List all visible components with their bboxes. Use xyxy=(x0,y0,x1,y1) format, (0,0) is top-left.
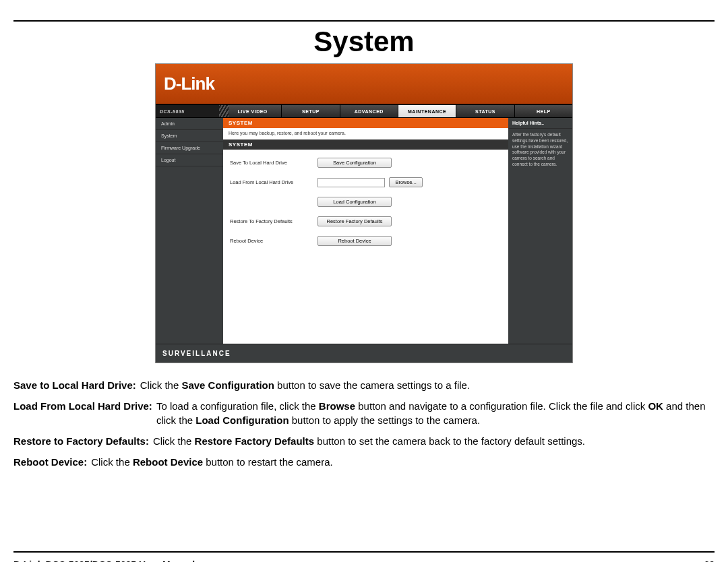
hints-body: After the factory's default settings hav… xyxy=(508,129,572,171)
desc-save-term: Save to Local Hard Drive: xyxy=(13,378,136,392)
page-title: System xyxy=(13,26,715,58)
section-desc: Here you may backup, restore, and reboot… xyxy=(223,128,508,139)
bottom-rule xyxy=(13,551,715,553)
top-rule xyxy=(13,20,715,22)
b: Browse xyxy=(319,400,355,412)
t: button to restart the camera. xyxy=(203,456,333,468)
b: Load Configuration xyxy=(195,414,289,426)
screenshot-container: D-Link DCS-5635 LIVE VIDEO SETUP ADVANCE… xyxy=(13,63,715,363)
desc-load: Load From Local Hard Drive: To load a co… xyxy=(13,399,715,427)
label-reboot: Reboot Device xyxy=(230,238,317,244)
descriptions: Save to Local Hard Drive: Click the Save… xyxy=(13,378,715,469)
hints-panel: Helpful Hints.. After the factory's defa… xyxy=(508,118,572,344)
b: OK xyxy=(648,400,663,412)
t: button and navigate to a configuration f… xyxy=(355,400,648,412)
tab-advanced[interactable]: ADVANCED xyxy=(340,105,398,117)
browse-button[interactable]: Browse... xyxy=(389,177,423,187)
tab-status[interactable]: STATUS xyxy=(456,105,514,117)
reboot-device-button[interactable]: Reboot Device xyxy=(317,236,392,246)
b: Restore Factory Defaults xyxy=(195,435,315,447)
model-badge: DCS-5635 xyxy=(156,105,223,117)
t: Click the xyxy=(91,456,133,468)
ui-body: Admin System Firmware Upgrade Logout SYS… xyxy=(156,118,572,344)
desc-restore-text: Click the Restore Factory Defaults butto… xyxy=(153,434,715,448)
desc-reboot-text: Click the Reboot Device button to restar… xyxy=(91,455,715,469)
desc-load-term: Load From Local Hard Drive: xyxy=(13,399,152,427)
load-configuration-button[interactable]: Load Configuration xyxy=(317,197,392,207)
row-load: Load From Local Hard Drive Browse... xyxy=(230,177,502,187)
desc-restore-term: Restore to Factory Defaults: xyxy=(13,434,149,448)
tab-help[interactable]: HELP xyxy=(514,105,572,117)
brand-footer: SURVEILLANCE xyxy=(156,344,572,363)
left-sidebar: Admin System Firmware Upgrade Logout xyxy=(156,118,223,344)
section-title: SYSTEM xyxy=(223,118,508,128)
hints-title: Helpful Hints.. xyxy=(508,118,572,129)
sidebar-item-logout[interactable]: Logout xyxy=(156,154,223,166)
sidebar-item-firmware[interactable]: Firmware Upgrade xyxy=(156,142,223,154)
desc-save-text: Click the Save Configuration button to s… xyxy=(140,378,715,392)
footer-right: 69 xyxy=(704,559,715,562)
top-nav: DCS-5635 LIVE VIDEO SETUP ADVANCED MAINT… xyxy=(156,104,572,118)
desc-reboot: Reboot Device: Click the Reboot Device b… xyxy=(13,455,715,469)
tab-live-video[interactable]: LIVE VIDEO xyxy=(223,105,281,117)
dlink-logo: D-Link xyxy=(164,73,214,94)
desc-reboot-term: Reboot Device: xyxy=(13,455,87,469)
main-panel: SYSTEM Here you may backup, restore, and… xyxy=(223,118,508,344)
brand-header: D-Link xyxy=(156,64,572,104)
tab-setup[interactable]: SETUP xyxy=(281,105,339,117)
row-load-apply: Load Configuration xyxy=(230,197,502,207)
tab-maintenance[interactable]: MAINTENANCE xyxy=(398,105,456,117)
row-restore: Restore To Factory Defaults Restore Fact… xyxy=(230,216,502,226)
t: button to save the camera settings to a … xyxy=(274,379,470,391)
t: Click the xyxy=(140,379,182,391)
t: button to apply the settings to the came… xyxy=(289,414,481,426)
b: Reboot Device xyxy=(133,456,203,468)
row-save: Save To Local Hard Drive Save Configurat… xyxy=(230,158,502,168)
row-reboot: Reboot Device Reboot Device xyxy=(230,236,502,246)
form-area: Save To Local Hard Drive Save Configurat… xyxy=(223,150,508,263)
t: button to set the camera back to the fac… xyxy=(314,435,585,447)
label-load: Load From Local Hard Drive xyxy=(230,179,317,185)
desc-load-text: To load a configuration file, click the … xyxy=(156,399,715,427)
b: Save Configuration xyxy=(181,379,274,391)
sidebar-item-admin[interactable]: Admin xyxy=(156,118,223,130)
page-footer: D-Link DCS-5605/DCS-5635 User Manual 69 xyxy=(13,559,715,562)
restore-factory-defaults-button[interactable]: Restore Factory Defaults xyxy=(317,216,392,226)
load-path-input[interactable] xyxy=(317,178,385,187)
t: Click the xyxy=(153,435,195,447)
label-restore: Restore To Factory Defaults xyxy=(230,218,317,224)
admin-ui: D-Link DCS-5635 LIVE VIDEO SETUP ADVANCE… xyxy=(155,63,573,363)
label-save: Save To Local Hard Drive xyxy=(230,160,317,166)
desc-save: Save to Local Hard Drive: Click the Save… xyxy=(13,378,715,392)
section-bar: SYSTEM xyxy=(223,139,508,150)
sidebar-item-system[interactable]: System xyxy=(156,130,223,142)
save-configuration-button[interactable]: Save Configuration xyxy=(317,158,392,168)
t: To load a configuration file, click the xyxy=(156,400,319,412)
desc-restore: Restore to Factory Defaults: Click the R… xyxy=(13,434,715,448)
footer-left: D-Link DCS-5605/DCS-5635 User Manual xyxy=(13,559,195,562)
